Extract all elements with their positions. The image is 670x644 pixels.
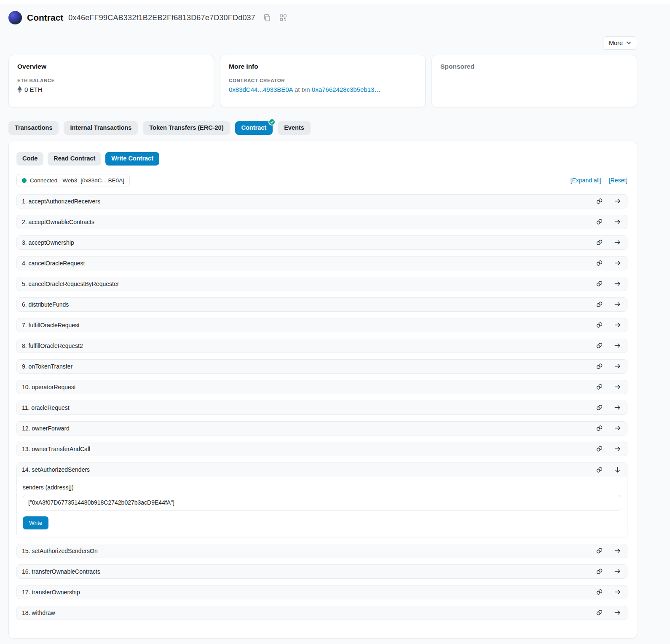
- reset-link[interactable]: [Reset]: [609, 177, 627, 184]
- function-label: 11. oracleRequest: [22, 404, 70, 411]
- permalink-icon[interactable]: [596, 404, 603, 411]
- connection-status-badge: Connected - Web3 [0x83dC....BE0A]: [16, 174, 130, 187]
- function-row[interactable]: 3. acceptOwnership: [16, 235, 627, 250]
- more-button[interactable]: More: [603, 36, 637, 50]
- expand-arrow-icon[interactable]: [614, 547, 621, 554]
- verified-check-icon: [268, 118, 276, 126]
- creation-txn-link[interactable]: 0xa7662428c3b5eb13…: [312, 86, 381, 93]
- expand-arrow-icon[interactable]: [614, 280, 621, 287]
- expand-arrow-icon[interactable]: [614, 259, 621, 267]
- permalink-icon[interactable]: [596, 383, 603, 390]
- page-header: Contract 0x46eFF99CAB332f1B2EB2Ff6813D67…: [0, 4, 670, 30]
- permalink-icon[interactable]: [596, 239, 603, 246]
- function-row[interactable]: 18. withdraw: [16, 606, 627, 620]
- permalink-icon[interactable]: [596, 342, 603, 349]
- function-label: 9. onTokenTransfer: [22, 363, 72, 370]
- function-row[interactable]: 5. cancelOracleRequestByRequester: [16, 277, 627, 291]
- more-button-label: More: [609, 40, 623, 46]
- function-row[interactable]: 1. acceptAuthorizedReceivers: [16, 194, 627, 208]
- collapse-arrow-icon[interactable]: [614, 466, 621, 473]
- function-label: 17. transferOwnership: [22, 589, 80, 596]
- subtab-read-contract[interactable]: Read Contract: [48, 152, 101, 166]
- function-row[interactable]: 17. transferOwnership: [16, 585, 627, 599]
- function-label: 4. cancelOracleRequest: [22, 260, 85, 267]
- at-txn-label: at txn: [295, 86, 310, 93]
- permalink-icon[interactable]: [596, 218, 603, 225]
- expand-arrow-icon[interactable]: [614, 425, 621, 432]
- permalink-icon[interactable]: [596, 547, 603, 554]
- permalink-icon[interactable]: [596, 568, 603, 575]
- function-row[interactable]: 4. cancelOracleRequest: [16, 256, 627, 270]
- function-row[interactable]: 15. setAuthorizedSendersOn: [16, 544, 627, 558]
- permalink-icon[interactable]: [596, 198, 603, 205]
- ethereum-icon: [17, 86, 22, 93]
- function-row[interactable]: 2. acceptOwnableContracts: [16, 215, 627, 229]
- expand-arrow-icon[interactable]: [614, 198, 621, 205]
- permalink-icon[interactable]: [596, 301, 603, 308]
- permalink-icon[interactable]: [596, 259, 603, 267]
- function-row[interactable]: 16. transferOwnableContracts: [16, 564, 627, 579]
- qr-code-icon[interactable]: [279, 13, 287, 22]
- expand-arrow-icon[interactable]: [614, 568, 621, 575]
- permalink-icon[interactable]: [596, 280, 603, 287]
- tab-contract[interactable]: Contract: [235, 121, 273, 135]
- tab-internal-transactions[interactable]: Internal Transactions: [64, 121, 138, 135]
- function-row[interactable]: 9. onTokenTransfer: [16, 359, 627, 374]
- expand-all-link[interactable]: [Expand all]: [571, 177, 601, 184]
- tab-token-transfers[interactable]: Token Transfers (ERC-20): [143, 121, 230, 135]
- write-button[interactable]: Write: [23, 516, 48, 529]
- copy-icon[interactable]: [263, 13, 271, 22]
- expand-arrow-icon[interactable]: [614, 445, 621, 452]
- function-label: 6. distributeFunds: [22, 301, 69, 308]
- sponsored-card: Sponsored: [431, 55, 637, 107]
- function-row[interactable]: 13. ownerTransferAndCall: [16, 442, 627, 456]
- function-row[interactable]: 8. fulfillOracleRequest2: [16, 339, 627, 353]
- function-row[interactable]: 6. distributeFunds: [16, 297, 627, 312]
- expand-arrow-icon[interactable]: [614, 321, 621, 329]
- overview-title: Overview: [17, 63, 205, 70]
- connected-wallet-link[interactable]: [0x83dC....BE0A]: [80, 177, 124, 184]
- function-list: 1. acceptAuthorizedReceivers 2. acceptOw…: [16, 194, 627, 620]
- top-strip: [0, 0, 670, 4]
- function-row[interactable]: 7. fulfillOracleRequest: [16, 318, 627, 332]
- expand-arrow-icon[interactable]: [614, 363, 621, 370]
- permalink-icon[interactable]: [596, 425, 603, 432]
- permalink-icon[interactable]: [596, 466, 603, 473]
- permalink-icon[interactable]: [596, 363, 603, 370]
- expand-arrow-icon[interactable]: [614, 239, 621, 246]
- function-row[interactable]: 10. operatorRequest: [16, 380, 627, 394]
- expand-arrow-icon[interactable]: [614, 218, 621, 225]
- more-info-title: More Info: [229, 63, 417, 70]
- permalink-icon[interactable]: [596, 609, 603, 616]
- eth-balance-label: ETH BALANCE: [17, 78, 205, 83]
- function-row[interactable]: 12. ownerForward: [16, 421, 627, 436]
- more-info-card: More Info CONTRACT CREATOR 0x83dC44...49…: [220, 55, 426, 107]
- function-row[interactable]: 14. setAuthorizedSenders: [17, 463, 627, 477]
- function-label: 1. acceptAuthorizedReceivers: [22, 198, 100, 205]
- subtab-code[interactable]: Code: [16, 152, 43, 166]
- tab-transactions[interactable]: Transactions: [8, 121, 59, 135]
- function-label: 13. ownerTransferAndCall: [22, 446, 90, 452]
- function-label: 18. withdraw: [22, 609, 55, 616]
- expand-arrow-icon[interactable]: [614, 404, 621, 411]
- expand-arrow-icon[interactable]: [614, 383, 621, 390]
- function-row-expanded: 14. setAuthorizedSenders senders (addres…: [16, 462, 627, 537]
- sponsored-title: Sponsored: [440, 63, 628, 70]
- expand-arrow-icon[interactable]: [614, 342, 621, 349]
- expand-arrow-icon[interactable]: [614, 609, 621, 616]
- function-label: 2. acceptOwnableContracts: [22, 219, 94, 225]
- function-param-input[interactable]: [23, 495, 621, 510]
- permalink-icon[interactable]: [596, 445, 603, 452]
- expand-arrow-icon[interactable]: [614, 588, 621, 596]
- contract-address: 0x46eFF99CAB332f1B2EB2Ff6813D67e7D30FDd0…: [68, 13, 255, 22]
- expand-arrow-icon[interactable]: [614, 301, 621, 308]
- function-row[interactable]: 11. oracleRequest: [16, 401, 627, 415]
- creator-address-link[interactable]: 0x83dC44...4933BE0A: [229, 86, 293, 93]
- page-title: Contract: [27, 13, 63, 23]
- connection-status-label: Connected - Web3: [30, 177, 77, 184]
- contract-creator-label: CONTRACT CREATOR: [229, 78, 417, 83]
- permalink-icon[interactable]: [596, 588, 603, 596]
- tab-events[interactable]: Events: [278, 121, 311, 135]
- permalink-icon[interactable]: [596, 321, 603, 329]
- subtab-write-contract[interactable]: Write Contract: [105, 152, 159, 166]
